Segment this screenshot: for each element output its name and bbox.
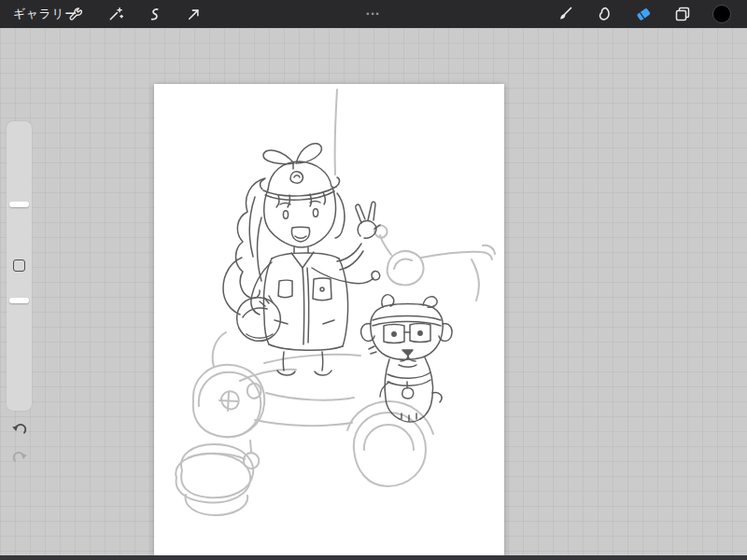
selection-icon [146, 6, 163, 23]
redo-button[interactable] [8, 446, 31, 469]
color-swatch [712, 4, 732, 24]
toolbar-right-group [545, 0, 741, 28]
transform-arrow-icon [185, 6, 203, 23]
color-button[interactable] [702, 0, 741, 28]
top-toolbar: ギャラリー [0, 0, 747, 28]
erase-tool-button[interactable] [624, 0, 663, 28]
smudge-tool-button[interactable] [585, 0, 624, 28]
undo-icon [10, 420, 29, 439]
adjustments-button[interactable] [95, 0, 134, 28]
selection-button[interactable] [134, 0, 174, 28]
modify-button[interactable] [13, 259, 25, 272]
paint-tool-button[interactable] [545, 0, 585, 28]
drawing-canvas[interactable] [154, 84, 504, 555]
brush-size-slider[interactable] [9, 202, 29, 207]
adjustments-wand-icon [106, 6, 124, 23]
transform-button[interactable] [174, 0, 213, 28]
smudge-icon [595, 5, 613, 23]
artwork-sketch [154, 84, 504, 555]
actions-button[interactable] [56, 0, 95, 28]
toolbar-left-group [56, 0, 213, 28]
bottom-edge-bar [0, 555, 747, 560]
eraser-icon [634, 5, 653, 23]
opacity-slider[interactable] [9, 298, 29, 303]
layers-button[interactable] [663, 0, 702, 28]
canvas-workspace [0, 28, 747, 560]
redo-icon [10, 448, 29, 467]
layers-icon [673, 5, 692, 23]
brush-icon [556, 5, 574, 23]
sidebar-tool-strip [7, 121, 32, 411]
procreate-app: ギャラリー [0, 0, 747, 560]
canvas-options-dots[interactable]: ••• [366, 0, 380, 28]
wrench-icon [67, 6, 85, 23]
undo-button[interactable] [8, 418, 31, 441]
